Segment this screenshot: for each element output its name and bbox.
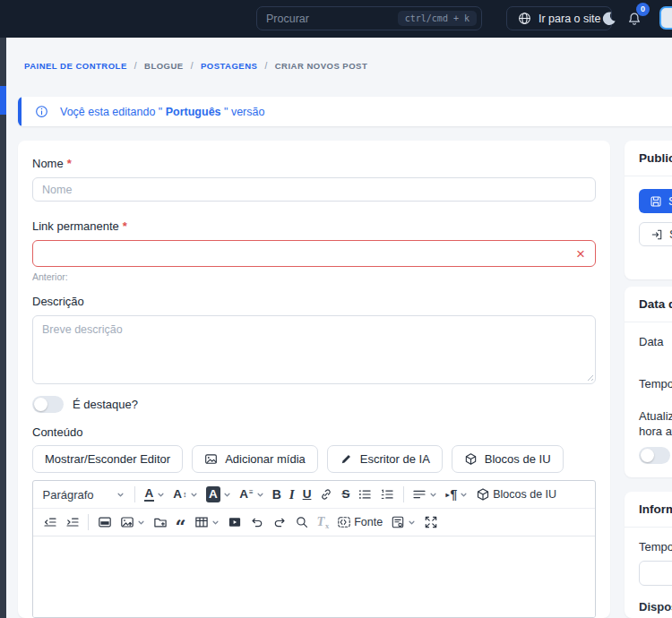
bullet-list-button[interactable] [354,483,376,506]
information-card-title: Informações [625,492,672,528]
text-style-button-glyph: A [239,488,253,501]
ui-blocks-toolbar-button[interactable]: Blocos de IU [472,483,561,506]
dark-mode-button[interactable] [601,11,616,26]
editor-content-area[interactable] [33,536,595,617]
permalink-input[interactable] [32,240,596,267]
redo-icon [272,515,287,529]
paragraph-format-select[interactable]: Parágrafo [39,483,128,506]
imgup-icon [120,515,134,529]
search-input[interactable] [257,13,398,25]
user-avatar[interactable] [659,6,672,30]
exit-icon [650,228,663,241]
blockquote-button[interactable]: “ [171,511,190,534]
align-button[interactable] [409,483,442,506]
description-label: Descrição [32,295,596,308]
chevron-down-icon [223,491,231,499]
breadcrumb-item[interactable]: POSTAGENS [201,61,257,71]
breadcrumb-item: BLOGUE [144,61,184,71]
go-to-site-label: Ir para o site [538,13,600,25]
insert-media-button[interactable] [223,511,246,534]
chevron-down-icon [211,519,220,527]
bold-button[interactable]: B [268,483,285,506]
align-icon [412,487,426,502]
save-icon [650,195,662,208]
chevron-down-icon [190,491,198,499]
underline-button[interactable]: U [298,483,315,506]
topbar: ctrl/cmd + k Ir para o site 0 [0,0,672,38]
insert-image-button[interactable] [116,511,149,534]
source-code-button[interactable]: Fonte [333,511,387,534]
html-icon [98,515,112,529]
name-input[interactable] [32,177,596,202]
ai-writer-button[interactable]: Escritor de IA [327,445,443,473]
pen-icon [340,452,353,466]
breadcrumb-item[interactable]: PAINEL DE CONTROLE [24,61,127,71]
insert-template-button[interactable] [387,511,420,534]
post-form-card: Nome* Link permanente* × Anterior: Descr… [18,141,610,618]
sidebar-active-item[interactable] [0,86,6,115]
collapsed-sidebar[interactable] [0,38,6,618]
outdent-button[interactable] [39,511,61,534]
folder-icon [153,515,168,529]
fullscreen-button[interactable] [420,511,443,534]
font-size-button[interactable]: A [169,483,202,506]
italic-button[interactable]: I [285,483,298,506]
table-button[interactable] [190,511,223,534]
strikethrough-button[interactable]: S [338,483,354,506]
information-card: Informações Tempo de leitura Disposição [625,492,672,618]
file-manager-button[interactable] [149,511,171,534]
toolbar-separator [88,514,89,530]
editor-toolbar-row1: ParágrafoAAAABIUS¶Blocos de IU [33,481,595,509]
reading-time-input[interactable] [639,561,672,586]
save-exit-button[interactable]: Salvar e sair [639,222,672,246]
breadcrumb-separator: / [191,61,194,71]
auto-update-toggle[interactable] [639,447,670,464]
blockquote-button-glyph: “ [176,525,186,528]
link-button[interactable] [315,483,338,506]
featured-toggle[interactable] [32,396,64,413]
save-button[interactable]: Salvar [639,189,672,213]
chevron-down-icon [157,491,165,499]
ui-blocks-button[interactable]: Blocos de IU [452,445,564,473]
link-icon [319,487,333,502]
table-icon [194,515,209,529]
media-icon [228,515,242,529]
publish-date-card: Data de publicação Data Tempo Atualizar … [625,287,672,477]
go-to-site-button[interactable]: Ir para o site [506,6,612,30]
indent-button[interactable] [61,511,83,534]
moon-icon [601,11,616,26]
paragraph-direction-button[interactable]: ¶ [442,483,472,506]
html-embed-button[interactable] [93,511,116,534]
description-textarea[interactable] [32,315,596,384]
text-color-button[interactable]: A [140,483,169,506]
search-icon [295,515,309,529]
toggle-editor-button-label: Mostrar/Esconder Editor [45,452,170,466]
required-mark: * [67,157,72,170]
info-icon [35,105,48,118]
rich-text-editor: ParágrafoAAAABIUS¶Blocos de IU “TFonte [32,480,596,618]
text-style-button[interactable]: A [236,483,268,506]
auto-update-label: Atualizar para data e hora atuais [639,408,672,439]
editor-toolbar-row2: “TFonte [33,509,595,536]
layout-label: Disposição [639,600,672,614]
search-box[interactable]: ctrl/cmd + k [256,6,482,30]
alert-text: Voçê esta editando " Português " versão [60,106,264,118]
search-replace-button[interactable] [290,511,313,534]
highlight-color-button[interactable]: A [202,483,236,506]
clear-format-button[interactable]: T [313,511,333,534]
undo-icon [250,515,264,529]
chevron-down-icon [429,491,437,499]
content-label: Conteúdo [32,425,596,439]
required-mark: * [123,219,127,233]
redo-button[interactable] [268,511,290,534]
reading-time-label: Tempo de leitura [639,540,672,554]
bold-button-glyph: B [272,488,281,501]
toggle-editor-button[interactable]: Mostrar/Esconder Editor [32,445,183,473]
undo-button[interactable] [246,511,268,534]
ai-writer-button-label: Escritor de IA [360,452,430,466]
add-media-button[interactable]: Adicionar mídia [192,445,318,473]
outdent-icon [43,515,57,529]
clear-permalink-icon[interactable]: × [576,246,585,262]
cube-icon [464,452,478,466]
numbered-list-button[interactable] [376,483,399,506]
